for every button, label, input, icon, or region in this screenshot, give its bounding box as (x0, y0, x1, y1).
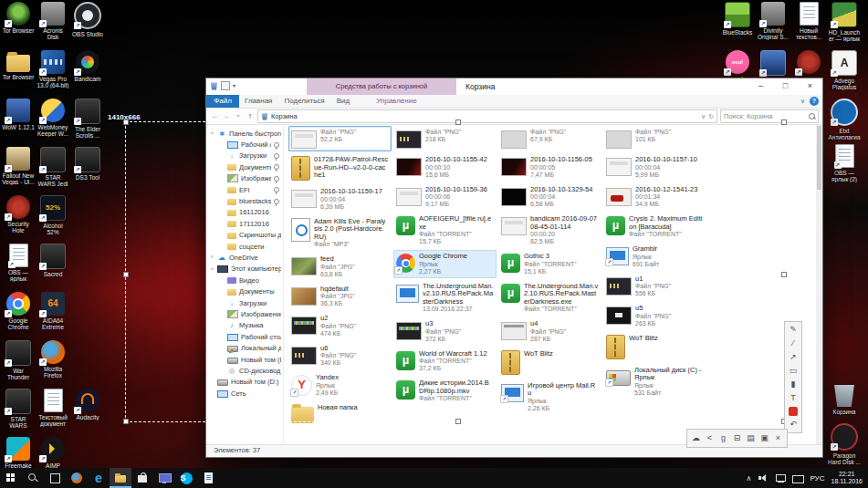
marker-tool-icon[interactable]: ▮ (787, 378, 800, 391)
tab-Поделиться[interactable]: Поделиться (284, 95, 324, 108)
file-item[interactable]: The.Underground.Man.v2.10.RUS.RePack.Mas… (393, 280, 497, 317)
file-item[interactable]: Локальный диск (C) - ЯрлыкЯрлык531 Байт (603, 364, 706, 400)
back-button[interactable]: ← (210, 110, 219, 122)
desktop-icon[interactable]: BlueStacks (721, 2, 754, 36)
file-item[interactable]: bandicam 2016-09-07 08-45-01-11400:00:20… (498, 213, 601, 248)
print-icon[interactable]: ⊟ (730, 431, 744, 445)
file-item[interactable]: Игровой центр Mail.RuЯрлык2,26 КБ (498, 379, 601, 415)
keyboard-icon[interactable] (792, 472, 803, 483)
nav-item[interactable]: Новый том (D:) (206, 354, 283, 365)
file-item[interactable]: 2016-10-12-1541-2300:01:3434,9 МБ (603, 183, 706, 212)
save-icon[interactable]: ▣ (758, 431, 771, 445)
volume-icon[interactable] (758, 472, 769, 483)
file-item[interactable]: u6Файл "PNG"340 КБ (288, 342, 392, 370)
language-indicator[interactable]: РУС (810, 474, 824, 483)
text-tool-icon[interactable]: T (787, 391, 800, 405)
desktop-icon[interactable] (757, 50, 790, 76)
screenshot-app-taskbar-icon[interactable] (153, 468, 175, 488)
file-item[interactable]: Файл "PNG"101 КБ (603, 126, 706, 151)
file-item[interactable]: 01728-PAW-Patrol-Rescue-Run-HD--v2-0-0-c… (288, 153, 392, 183)
search-input[interactable] (721, 112, 809, 120)
tab-context[interactable]: Управление (376, 95, 416, 108)
file-item[interactable]: 2016-10-10-1329-5400:00:046,58 МБ (498, 183, 601, 212)
desktop-icon[interactable] (792, 50, 825, 74)
nav-item[interactable]: Видео (206, 275, 283, 286)
document-app-taskbar-icon[interactable] (197, 468, 219, 488)
nav-item[interactable]: Рабочий стол (206, 331, 283, 342)
search-taskbar-icon[interactable] (22, 468, 44, 488)
tray-expand-icon[interactable]: ∧ (747, 474, 752, 483)
file-item[interactable]: µGothic 3Файл "TORRENT"15,1 КБ (498, 250, 601, 278)
file-item[interactable]: 2016-10-10-1159-3600:00:069,17 МБ (393, 183, 497, 212)
nav-item[interactable]: Документы (206, 286, 283, 296)
nav-item[interactable]: bluestacks new m (206, 195, 283, 206)
file-item[interactable]: u2Файл "PNG"474 КБ (288, 312, 392, 340)
nav-item[interactable]: Загрузки (206, 297, 283, 308)
file-item[interactable]: Файл "PNG"67,9 КБ (498, 126, 601, 151)
titlebar[interactable]: ▾ Средства работы с корзиной Корзина – □… (206, 78, 822, 95)
arrow-tool-icon[interactable]: ↗ (787, 350, 800, 364)
file-item[interactable]: WoT Blitz (498, 348, 601, 378)
nav-item[interactable]: Новый том (D:) (206, 377, 283, 388)
file-item[interactable]: µWorld of Warcraft 1.12Файл "TORRENT"37,… (393, 348, 497, 376)
up-button[interactable]: ↑ (246, 110, 255, 122)
nav-item[interactable]: Скриншоты для сай (206, 230, 283, 241)
file-item[interactable]: 2016-10-10-1157-1000:00:045,99 МБ (603, 153, 706, 182)
copy-icon[interactable]: ▤ (744, 431, 758, 445)
help-icon[interactable]: ? (810, 97, 819, 106)
address-dropdown-icon[interactable]: ∨ (701, 113, 706, 120)
file-item[interactable]: Файл "PNG"218 КБ (393, 126, 497, 151)
file-item[interactable]: hqdefaultФайл "JPG"36,3 КБ (288, 283, 392, 311)
line-tool-icon[interactable]: ∕ (787, 337, 800, 350)
tab-Вид[interactable]: Вид (337, 95, 350, 108)
edge-taskbar-icon[interactable]: e (88, 468, 110, 488)
clock[interactable]: 22:21 18.11.2016 (831, 471, 863, 485)
nav-item[interactable]: Музыка (206, 320, 283, 331)
firefox-taskbar-icon[interactable] (66, 468, 88, 488)
desktop-icon[interactable]: AAdvego Plagiatus (828, 50, 861, 90)
nav-item[interactable]: Рабочий стол (206, 139, 283, 150)
chevron-down-icon[interactable]: › (208, 266, 215, 272)
nav-item[interactable]: EFI (206, 184, 283, 195)
search-box[interactable] (720, 109, 819, 123)
nav-item[interactable]: Сеть (206, 388, 283, 399)
minimize-button[interactable]: – (748, 78, 773, 95)
network-icon[interactable] (775, 472, 786, 483)
nav-item[interactable]: Локальный диск (C:) (206, 342, 283, 353)
file-item[interactable]: 2016-10-10-1155-4200:00:1015,6 МБ (393, 153, 497, 182)
maximize-button[interactable]: □ (773, 78, 798, 95)
file-item[interactable]: Adam Kills Eve - Paralysis 2.0 (Post-Har… (288, 215, 392, 252)
skype-taskbar-icon[interactable]: S (175, 468, 197, 488)
quick-access-button[interactable] (221, 81, 230, 90)
desktop-icon[interactable]: HD_Launcher — ярлык (828, 2, 861, 42)
refresh-icon[interactable]: ↻ (708, 113, 714, 120)
tab-file[interactable]: Файл (206, 95, 239, 108)
file-item[interactable]: 2016-10-10-1159-1700:00:046,39 МБ (288, 185, 392, 213)
search-icon[interactable] (809, 113, 815, 119)
nav-item[interactable]: CD-дисковод (G:) (206, 365, 283, 376)
nav-item[interactable]: ›OneDrive (206, 252, 283, 263)
nav-item[interactable]: Загрузки (206, 151, 283, 161)
nav-item[interactable]: ›Этот компьютер (206, 264, 283, 275)
file-item[interactable]: µThe.Underground.Man.v2.10.RUS.RePack.Ma… (498, 280, 601, 317)
start-taskbar-icon[interactable] (0, 468, 22, 488)
store-taskbar-icon[interactable] (131, 468, 153, 488)
file-item[interactable]: µДикие истории.2014.BDRip.1080p.mkvФайл … (393, 377, 497, 405)
file-item[interactable]: µCrysis 2. Maximum Edition [Baracuda]Фай… (603, 213, 706, 241)
desktop-icon[interactable]: Корзина (828, 383, 861, 415)
vertical-scrollbar[interactable] (816, 125, 822, 444)
file-item[interactable]: u1Файл "PNG"556 КБ (603, 273, 706, 301)
rectangle-tool-icon[interactable]: ▭ (787, 364, 800, 378)
close-icon[interactable]: × (771, 431, 785, 445)
google-search-icon[interactable]: g (716, 431, 730, 445)
chevron-down-icon[interactable]: › (208, 130, 215, 136)
nav-item[interactable]: Документы (206, 161, 283, 172)
file-item[interactable]: Google ChromeЯрлык2,27 КБ (393, 250, 497, 278)
desktop-icon[interactable]: OBS — ярлык (2) (828, 144, 861, 182)
file-item[interactable]: YYandexЯрлык2,49 КБ (288, 371, 392, 400)
file-item[interactable]: µAOFEIGERU_[tfile.ru].exeФайл "TORRENT"1… (393, 213, 497, 248)
address-bar[interactable]: Корзина ∨ ↻ (257, 109, 717, 123)
color-tool-icon[interactable] (789, 407, 798, 416)
scrollbar-thumb[interactable] (817, 126, 821, 190)
task-view-taskbar-icon[interactable] (44, 468, 66, 488)
